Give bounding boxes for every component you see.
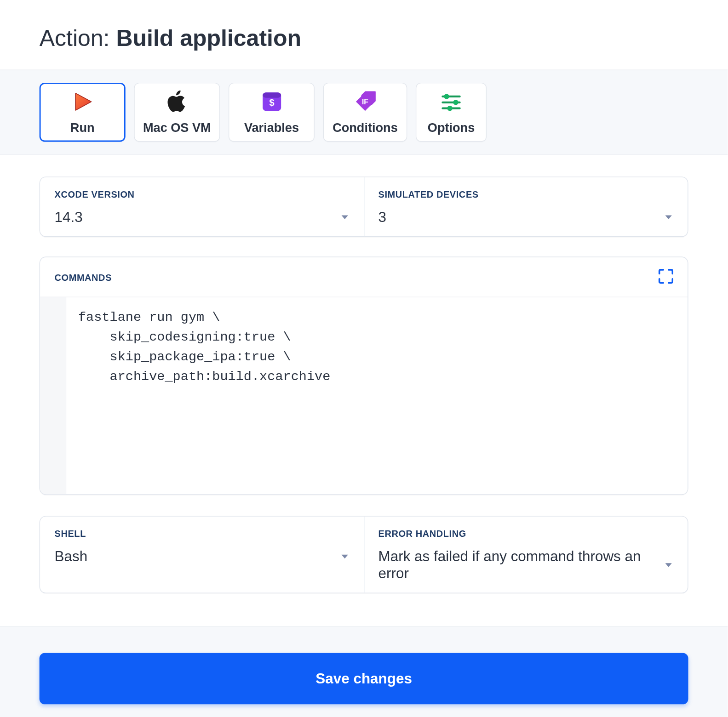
- commands-code[interactable]: fastlane run gym \ skip_codesigning:true…: [66, 297, 688, 494]
- tab-options[interactable]: Options: [416, 83, 487, 142]
- conditions-icon: IF: [353, 89, 378, 114]
- options-icon: [439, 89, 464, 114]
- page-title: Action: Build application: [40, 25, 688, 51]
- tab-label: Options: [428, 121, 475, 135]
- chevron-down-icon: [340, 213, 350, 222]
- xcode-sim-row: XCODE VERSION 14.3 SIMULATED DEVICES 3: [40, 176, 688, 237]
- svg-point-7: [444, 94, 449, 99]
- shell-error-row: SHELL Bash ERROR HANDLING Mark as failed…: [40, 516, 688, 593]
- page-header: Action: Build application: [0, 0, 728, 69]
- tab-variables[interactable]: $ Variables: [229, 83, 315, 142]
- chevron-down-icon: [664, 561, 673, 570]
- tab-label: Variables: [244, 121, 299, 135]
- simulated-devices-select[interactable]: SIMULATED DEVICES 3: [364, 177, 688, 237]
- tab-label: Mac OS VM: [143, 121, 211, 135]
- editor-gutter: [40, 297, 66, 494]
- error-handling-value: Mark as failed if any command throws an …: [378, 548, 664, 582]
- commands-label: COMMANDS: [55, 273, 112, 283]
- svg-text:$: $: [269, 97, 274, 108]
- tab-label: Conditions: [332, 121, 398, 135]
- shell-select[interactable]: SHELL Bash: [40, 517, 364, 593]
- field-label: ERROR HANDLING: [378, 529, 673, 539]
- field-label: SIMULATED DEVICES: [378, 189, 673, 199]
- expand-button[interactable]: [656, 268, 676, 288]
- field-label: XCODE VERSION: [55, 189, 350, 199]
- simulated-devices-value: 3: [378, 209, 386, 226]
- error-handling-select[interactable]: ERROR HANDLING Mark as failed if any com…: [364, 517, 688, 593]
- svg-point-9: [453, 100, 458, 105]
- apple-icon: [165, 89, 189, 114]
- svg-text:IF: IF: [362, 98, 368, 106]
- expand-icon: [657, 268, 674, 288]
- xcode-version-select[interactable]: XCODE VERSION 14.3: [40, 177, 364, 237]
- xcode-version-value: 14.3: [55, 209, 83, 226]
- tab-macosvm[interactable]: Mac OS VM: [134, 83, 220, 142]
- tab-conditions[interactable]: IF Conditions: [323, 83, 407, 142]
- play-icon: [70, 89, 95, 114]
- variables-icon: $: [259, 89, 284, 114]
- tab-label: Run: [70, 121, 95, 135]
- chevron-down-icon: [664, 213, 673, 222]
- title-prefix: Action:: [40, 25, 116, 51]
- commands-editor[interactable]: fastlane run gym \ skip_codesigning:true…: [40, 297, 688, 494]
- title-name: Build application: [116, 25, 301, 51]
- save-bar: Save changes: [0, 626, 728, 717]
- tab-run[interactable]: Run: [40, 83, 126, 142]
- save-changes-button[interactable]: Save changes: [40, 653, 688, 704]
- tabs-strip: Run Mac OS VM $ Variables: [0, 69, 728, 155]
- chevron-down-icon: [340, 552, 350, 561]
- shell-value: Bash: [55, 548, 88, 565]
- svg-point-11: [447, 106, 452, 111]
- field-label: SHELL: [55, 529, 350, 539]
- commands-card: COMMANDS fastlane run gym \ skip_codesi: [40, 256, 688, 495]
